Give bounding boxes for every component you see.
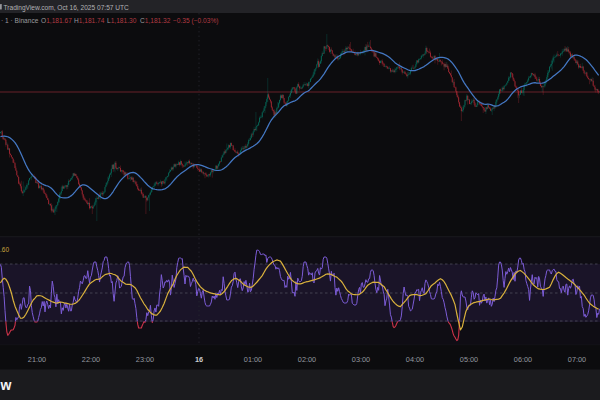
svg-text:w: w (0, 377, 12, 393)
svg-text:06:00: 06:00 (514, 355, 532, 364)
svg-text:· 1 · BinanceO1,181.67H1,181.7: · 1 · BinanceO1,181.67H1,181.74L1,181.30… (1, 17, 218, 25)
svg-text:05:00: 05:00 (460, 355, 478, 364)
svg-text:23:00: 23:00 (136, 355, 154, 364)
svg-text:21:00: 21:00 (28, 355, 46, 364)
svg-text:07:00: 07:00 (568, 355, 586, 364)
svg-text:.60: .60 (0, 246, 9, 253)
svg-text:04:00: 04:00 (406, 355, 424, 364)
svg-text:22:00: 22:00 (82, 355, 100, 364)
svg-text:01:00: 01:00 (244, 355, 262, 364)
svg-text:TradingView.com, Oct 16, 2025: TradingView.com, Oct 16, 2025 07:57 UTC (4, 4, 130, 12)
svg-text:16: 16 (195, 355, 203, 364)
svg-text:02:00: 02:00 (298, 355, 316, 364)
svg-text:03:00: 03:00 (352, 355, 370, 364)
